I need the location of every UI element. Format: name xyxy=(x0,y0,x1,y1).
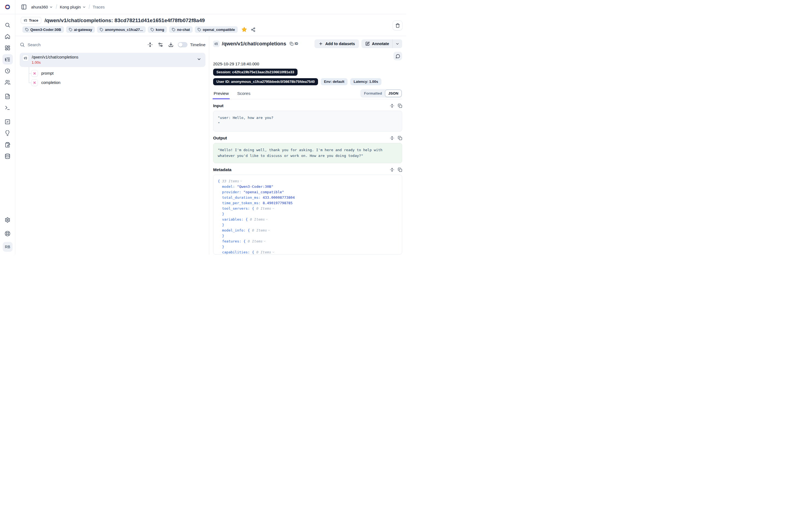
input-heading: Input xyxy=(213,103,223,108)
copy-icon[interactable] xyxy=(398,136,402,140)
sidebar-item-datasets[interactable] xyxy=(2,151,13,161)
sidebar-item-search[interactable] xyxy=(2,20,13,30)
tag-chip[interactable]: no-chat xyxy=(169,26,193,33)
json-line: provider: "openai_compatible" xyxy=(218,190,398,195)
fold-vertical-icon[interactable] xyxy=(390,136,394,140)
list-tree-icon xyxy=(24,56,27,60)
chevron-down-icon xyxy=(82,5,86,9)
avatar[interactable]: RB xyxy=(3,242,12,252)
comments-button[interactable] xyxy=(394,52,402,60)
breadcrumb-item-ahura360[interactable]: ahura360 xyxy=(31,5,53,9)
sidebar-item-tracing[interactable] xyxy=(2,54,13,65)
trace-tree-panel: Timeline /qwen/v1/chat/completions 1.00s… xyxy=(15,36,209,254)
list-tree-icon xyxy=(24,19,27,22)
observation-detail-panel: /qwen/v1/chat/completions ID Add to data… xyxy=(209,36,406,254)
add-to-datasets-button[interactable]: Add to datasets xyxy=(315,39,359,48)
download-icon[interactable] xyxy=(168,42,174,47)
metadata-section: Metadata { 33 Items model: "Qwen3-Coder:… xyxy=(213,167,402,254)
copy-icon[interactable] xyxy=(398,168,402,172)
trace-timestamp: 2025-10-29 17:18:40.000 xyxy=(213,62,402,66)
sidebar-item-settings[interactable] xyxy=(2,214,13,225)
info-badges-row: User ID: anonymous_c1fca2795bbedc5f36678… xyxy=(213,78,402,85)
app-root: ahura360/Kong plugin/Traces RB Trace /qw… xyxy=(0,0,406,254)
json-collapse-toggle[interactable]: 0 Items xyxy=(248,239,266,243)
sidebar-item-prompts[interactable] xyxy=(2,91,13,101)
metadata-heading: Metadata xyxy=(213,167,231,172)
trace-header-band: Trace /qwen/v1/chat/completions: 83cd782… xyxy=(15,14,406,36)
json-collapse-toggle[interactable]: 0 Items xyxy=(250,217,268,222)
chevron-down-icon[interactable] xyxy=(197,57,201,63)
search-input[interactable] xyxy=(28,42,99,47)
tag-chip[interactable]: openai_compatible xyxy=(195,26,238,33)
search-icon xyxy=(20,42,25,47)
output-heading: Output xyxy=(213,136,227,140)
json-line: } xyxy=(218,222,398,228)
json-collapse-toggle[interactable]: 0 Items xyxy=(256,206,275,210)
tree-node-completion[interactable]: completion xyxy=(20,78,206,87)
tag-icon xyxy=(100,28,103,31)
tree-root-duration: 1.00s xyxy=(32,60,78,65)
tag-icon xyxy=(25,28,29,31)
tag-chip[interactable]: kong xyxy=(148,26,167,33)
sidebar-item-evaluation[interactable] xyxy=(2,116,13,127)
breadcrumb: ahura360/Kong plugin/Traces xyxy=(31,4,105,10)
detail-tabs: PreviewScores FormattedJSON xyxy=(213,89,402,99)
fold-vertical-icon[interactable] xyxy=(390,104,394,108)
annotate-split-button: Annotate xyxy=(362,39,402,48)
info-badge: Latency: 1.00s xyxy=(350,78,381,85)
metadata-json-viewer: { 33 Items model: "Qwen3-Coder:30B" prov… xyxy=(213,175,402,254)
json-line: } xyxy=(218,244,398,249)
tag-chip[interactable]: Qwen3-Coder:30B xyxy=(23,26,64,33)
annotate-menu-chevron-icon[interactable] xyxy=(393,39,402,48)
user-id-badge[interactable]: User ID: anonymous_c1fca2795bbedc5f36678… xyxy=(213,78,318,85)
tag-chip[interactable]: ai-gateway xyxy=(66,26,95,33)
bookmark-star-icon[interactable] xyxy=(242,27,247,32)
sidebar-item-sessions[interactable] xyxy=(2,66,13,76)
sidebar-item-users[interactable] xyxy=(2,77,13,88)
breadcrumb-item-kong-plugin[interactable]: Kong plugin xyxy=(60,5,86,9)
session-badge[interactable]: Session: c42fca19b75e13aac2b2106610f81e3… xyxy=(213,69,298,76)
input-content: "user: Hello, how are you? " xyxy=(213,111,402,132)
tab-preview[interactable]: Preview xyxy=(213,90,229,99)
sidebar-toggle-icon[interactable] xyxy=(20,3,28,11)
view-settings-icon[interactable] xyxy=(158,42,163,47)
tag-icon xyxy=(69,28,72,31)
sidebar-item-playground[interactable] xyxy=(2,103,13,113)
output-content: "Hello! I'm doing well, thank you for as… xyxy=(213,143,402,163)
json-line: capabilities: { 0 Items xyxy=(218,249,398,254)
sidebar-item-home[interactable] xyxy=(2,31,13,41)
share-icon[interactable] xyxy=(251,27,255,32)
json-line: variables: { 0 Items xyxy=(218,217,398,222)
app-logo[interactable] xyxy=(0,0,15,14)
breadcrumb-separator: / xyxy=(56,4,57,10)
input-section: Input "user: Hello, how are you? " xyxy=(213,103,402,132)
copy-id-button[interactable]: ID xyxy=(290,42,298,46)
copy-icon[interactable] xyxy=(398,104,402,108)
json-collapse-toggle[interactable]: 33 Items xyxy=(222,179,243,183)
tag-icon xyxy=(172,28,175,31)
delete-trace-button[interactable] xyxy=(393,21,402,30)
sidebar-item-support[interactable] xyxy=(2,228,13,239)
annotate-button[interactable]: Annotate xyxy=(362,39,392,48)
info-badge: Env: default xyxy=(321,78,347,85)
tree-node-root[interactable]: /qwen/v1/chat/completions 1.00s xyxy=(20,53,206,67)
link-badges-row: Session: c42fca19b75e13aac2b2106610f81e3… xyxy=(213,69,402,76)
collapse-all-icon[interactable] xyxy=(148,42,153,47)
plus-icon xyxy=(319,41,323,46)
json-collapse-toggle[interactable]: 0 Items xyxy=(256,250,275,254)
view-option-formatted[interactable]: Formatted xyxy=(361,90,385,97)
tree-node-prompt[interactable]: prompt xyxy=(20,69,206,78)
tab-scores[interactable]: Scores xyxy=(236,90,251,99)
tags-row: Qwen3-Coder:30Bai-gatewayanonymous_c1fca… xyxy=(21,26,403,33)
detail-title: /qwen/v1/chat/completions xyxy=(222,41,286,47)
sidebar-item-annotation-queues[interactable] xyxy=(2,139,13,150)
pen-square-icon xyxy=(365,41,370,46)
timeline-toggle[interactable] xyxy=(178,42,187,47)
sidebar-item-dashboards[interactable] xyxy=(2,43,13,53)
sidebar-item-insights[interactable] xyxy=(2,128,13,138)
tag-chip[interactable]: anonymous_c1fca27... xyxy=(97,26,146,33)
json-collapse-toggle[interactable]: 0 Items xyxy=(252,228,270,232)
icon-rail: RB xyxy=(0,14,15,254)
view-option-json[interactable]: JSON xyxy=(385,90,402,97)
fold-vertical-icon[interactable] xyxy=(390,168,394,172)
